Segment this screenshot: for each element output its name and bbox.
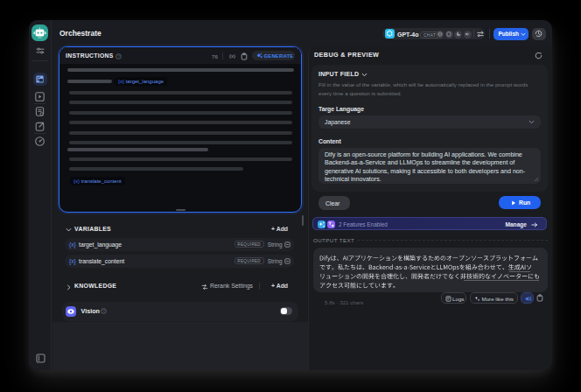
svg-text:?: ? [117, 54, 120, 59]
svg-text:?: ? [102, 309, 105, 313]
